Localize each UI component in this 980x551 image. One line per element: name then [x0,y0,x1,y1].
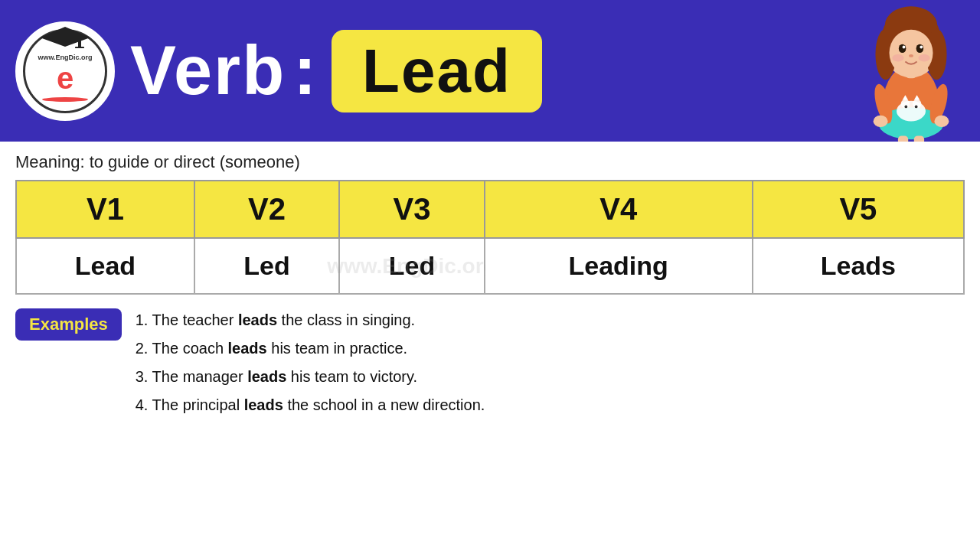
cell-v5: Leads [753,238,964,294]
colon-symbol: : [293,31,316,110]
svg-point-12 [899,44,906,53]
svg-point-17 [892,54,903,62]
svg-point-23 [897,101,926,122]
list-item: 3. The manager leads his team to victory… [136,364,485,390]
cell-v1: Lead [16,238,194,294]
col-header-v1: V1 [16,181,194,238]
word-badge: Lead [332,30,542,112]
header: www.EngDic.org e Verb : Lead [0,0,980,142]
examples-section: Examples 1. The teacher leads the class … [0,295,980,428]
logo-e-icon: e [57,61,74,96]
meaning-text: to guide or direct (someone) [90,152,300,171]
cell-v3: Led www.EngDic.org [339,238,484,294]
meaning-section: Meaning: to guide or direct (someone) [0,142,980,180]
main-word: Lead [362,36,511,106]
girl-character-illustration [850,0,972,142]
table-data-row: Lead Led Led www.EngDic.org Leading Lead… [16,238,964,294]
svg-marker-0 [40,27,90,47]
logo: www.EngDic.org e [15,21,115,121]
list-item: 4. The principal leads the school in a n… [136,392,485,419]
svg-point-18 [919,54,930,62]
cell-v4: Leading [485,238,753,294]
examples-badge: Examples [15,308,122,341]
svg-rect-30 [898,135,908,142]
svg-rect-31 [914,135,924,142]
svg-point-11 [890,30,933,77]
svg-point-28 [904,106,907,109]
col-header-v3: V3 [339,181,484,238]
graduation-hat-icon [38,25,92,48]
logo-url-text: www.EngDic.org [38,54,92,61]
svg-point-22 [934,116,949,127]
girl-svg [850,0,972,142]
svg-point-13 [916,44,924,53]
verb-label: Verb [130,31,286,110]
svg-point-14 [903,46,906,49]
list-item: 2. The coach leads his team in practice. [136,335,485,362]
svg-rect-1 [78,37,81,48]
list-item: 1. The teacher leads the class in singin… [136,307,485,334]
logo-ring [42,97,88,102]
header-title-area: Verb : Lead [115,30,965,112]
svg-point-15 [920,46,923,49]
col-header-v2: V2 [194,181,339,238]
examples-list: 1. The teacher leads the class in singin… [136,307,485,420]
table-header-row: V1 V2 V3 V4 V5 [16,181,964,238]
meaning-label: Meaning: [15,152,85,171]
col-header-v4: V4 [485,181,753,238]
svg-point-29 [915,106,918,109]
cell-v2: Led [194,238,339,294]
svg-point-16 [909,54,913,57]
svg-point-21 [874,116,888,127]
col-header-v5: V5 [753,181,964,238]
verb-forms-table: V1 V2 V3 V4 V5 Lead Led Led www.EngDic.o… [15,180,965,295]
svg-rect-2 [75,47,84,48]
